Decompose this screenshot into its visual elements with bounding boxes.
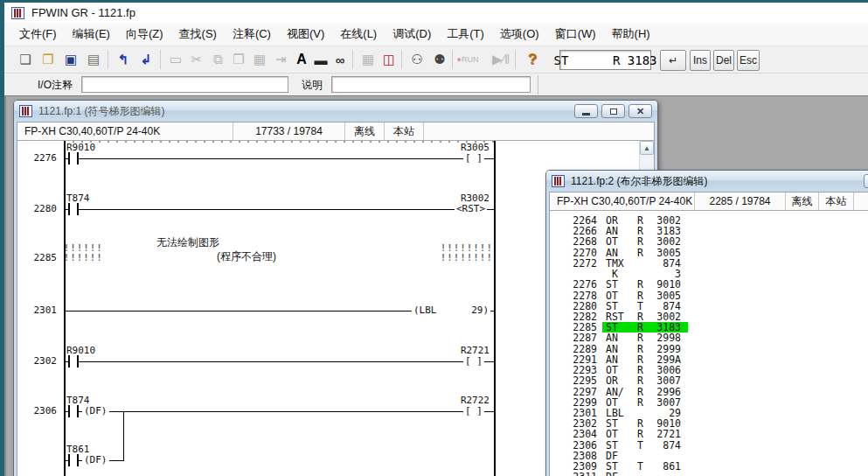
text-entry-icon[interactable]: A [291,49,312,70]
rung-number: 2280 [17,203,57,214]
scroll-up-icon[interactable]: ▲ [640,141,654,155]
list-row[interactable]: 2302STR9010 [550,418,868,429]
instruction: STT874 [602,440,688,451]
rung-number: 2301 [17,304,57,316]
list-row[interactable]: 2297AN/R2996 [550,387,868,397]
menu-item-11[interactable]: 帮助(H) [604,23,658,46]
mdi-workspace: 1121.fp:1 (符号梯形图编辑) ✕ FP-XH C30,40,60T/P… [4,95,868,476]
list-row[interactable]: 2309STT861 [550,461,868,472]
list-row[interactable]: 2276STR9010 [550,279,868,290]
menu-item-4[interactable]: 注释(C) [225,23,279,46]
io-comment-input[interactable] [81,76,288,93]
menu-item-7[interactable]: 调试(D) [385,23,439,46]
menu-item-2[interactable]: 向导(Z) [118,23,171,46]
menu-item-0[interactable]: 文件(F) [11,23,65,46]
description-input[interactable] [331,76,531,93]
rung-line [66,361,494,362]
boolean-instruction-list[interactable]: 2264ORR30022266ANR31832268OTR30022270ANR… [550,211,868,476]
list-row[interactable]: 2311DF [550,472,868,476]
list-row[interactable]: 2272TMX874 [550,258,868,269]
enter-key-button[interactable]: ↵ [660,50,686,71]
menu-item-3[interactable]: 查找(S) [171,23,225,46]
io-bar-separator [538,75,538,94]
list-row[interactable]: 2295ORR3007 [550,375,868,386]
app-titlebar: FPWIN GR - 1121.fp [4,3,868,23]
ins-key-button[interactable]: Ins [690,50,711,71]
right-bus-bar [494,141,496,476]
contact-symbol [68,405,79,417]
status-monitor-icon[interactable]: ◫ [378,49,399,70]
list-row[interactable]: 2291ANR299A [550,354,868,365]
list-row[interactable]: 2268OTR3002 [550,236,868,247]
find-icon[interactable]: ∞ [330,49,351,70]
operand-value: 3002 [649,236,681,247]
operand-value: 2996 [649,387,681,397]
program-download-convert-icon[interactable]: ↲ [135,49,156,70]
menu-item-1[interactable]: 编辑(E) [65,23,118,46]
list-row[interactable]: K3 [550,269,868,279]
coil-symbol: [ ] [463,152,484,164]
list-row[interactable]: 2270ANR3005 [550,248,868,258]
minimize-icon[interactable] [574,104,598,118]
open-file-icon[interactable]: ❒ [38,49,59,70]
save-icon[interactable]: ▣ [60,49,81,70]
list-row[interactable]: 2299OTR3007 [550,397,868,408]
toolbar-separator [352,50,353,69]
station-status: 本站 [385,122,424,140]
list-row[interactable]: 2266ANR3183 [550,226,868,236]
restore-icon[interactable] [601,104,625,118]
operand-value: 861 [649,461,681,472]
close-icon[interactable]: ✕ [628,104,652,118]
menu-item-10[interactable]: 窗口(W) [547,23,604,46]
left-bus-bar [64,141,66,476]
operand-value: 3007 [649,375,681,386]
list-row[interactable]: 2301LBL29 [550,408,868,418]
offline-status: 离线 [786,192,819,210]
insert-cells-icon: ▦ [249,49,270,70]
ladder-window-title: 1121.fp:1 (符号梯形图编辑) [38,104,164,119]
station-status: 本站 [819,192,854,210]
list-row[interactable]: 2293OTR3006 [550,365,868,375]
rung-number: 2306 [17,405,57,416]
print-icon[interactable]: ▤ [83,49,104,70]
operand-value: 874 [649,440,681,451]
program-convert-icon[interactable]: ↰ [113,49,134,70]
instruction: OTR2721 [602,429,688,439]
opcode: OT [606,236,637,247]
boolean-window-titlebar[interactable]: 1121.fp:2 (布尔非梯形图编辑) [546,171,868,192]
esc-key-button[interactable]: Esc [737,50,760,71]
list-row[interactable]: 2280STT874 [550,301,868,312]
operand-value: 3005 [649,290,681,301]
ladder-window-titlebar[interactable]: 1121.fp:1 (符号梯形图编辑) ✕ [14,101,657,122]
menu-item-8[interactable]: 工具(T) [439,23,492,46]
io-comment-bar: I/O注释 说明 [4,74,868,95]
online-mode-icon[interactable]: ⚇ [406,49,427,70]
boolean-editor-window[interactable]: 1121.fp:2 (布尔非梯形图编辑) FP-XH C30,40,60T/P … [545,170,868,476]
comment-bar-icon[interactable]: ▬ [310,49,331,70]
help-icon[interactable]: ? [522,49,543,70]
instruction: OTR3002 [602,236,688,247]
grid-ticks [64,141,496,143]
menu-item-6[interactable]: 在线(L) [332,23,385,46]
opcode: DF [606,472,637,476]
instruction-entry-display[interactable]: ST R 3183 [559,50,651,70]
list-row[interactable]: 2278OTR3005 [550,290,868,301]
list-row[interactable]: 2308DF [550,451,868,461]
list-row[interactable]: 2306STT874 [550,440,868,451]
list-row[interactable]: 2282RSTR3002 [550,312,868,322]
plc-type: FP-XH C30,40,60T/P 24-40K [550,192,695,210]
minimize-icon[interactable] [864,174,868,188]
del-key-button[interactable]: Del [713,50,734,71]
toolbar-separator [401,50,402,69]
list-row[interactable]: 2285STR3183 [550,322,868,332]
list-row[interactable]: 2304OTR2721 [550,429,868,439]
menu-item-9[interactable]: 选项(O) [492,23,547,46]
list-row[interactable]: 2289ANR2999 [550,344,868,354]
new-file-icon[interactable]: ❏ [15,49,36,70]
offline-mode-icon[interactable]: ⚉ [429,49,450,70]
operand-type: R [637,248,649,258]
list-row[interactable]: 2264ORR3002 [550,215,868,226]
ladder-status-bar: FP-XH C30,40,60T/P 24-40K 17733 / 19784 … [17,122,654,141]
menu-item-5[interactable]: 视图(V) [279,23,332,46]
list-row[interactable]: 2287ANR2998 [550,332,868,343]
